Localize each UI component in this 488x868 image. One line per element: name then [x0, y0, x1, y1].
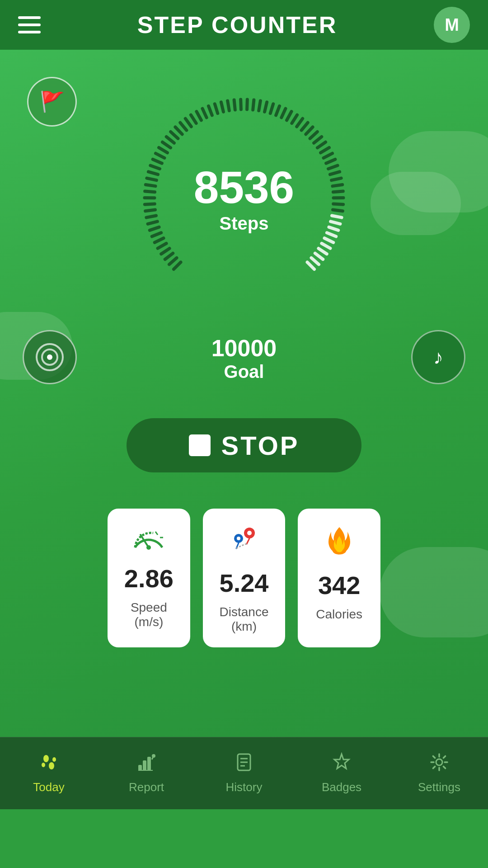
svg-line-13 — [145, 191, 155, 192]
svg-line-2 — [165, 253, 173, 259]
svg-line-26 — [185, 118, 191, 127]
calories-value: 342 — [318, 571, 360, 600]
goal-flag-button[interactable]: 🚩 — [27, 77, 77, 127]
svg-line-21 — [162, 142, 170, 148]
svg-line-28 — [197, 112, 202, 120]
settings-icon — [429, 752, 449, 777]
calories-card: 342 Calories — [298, 509, 380, 647]
speedometer-icon — [131, 525, 167, 557]
svg-line-3 — [161, 249, 169, 254]
svg-line-37 — [253, 100, 254, 110]
step-count: 8536 — [194, 165, 294, 210]
svg-point-81 — [52, 757, 56, 762]
svg-line-40 — [270, 104, 273, 113]
svg-line-63 — [331, 222, 340, 224]
svg-line-19 — [155, 153, 164, 158]
svg-line-33 — [228, 101, 230, 111]
svg-line-9 — [146, 216, 156, 217]
calories-label: Calories — [316, 607, 362, 622]
svg-line-14 — [145, 184, 155, 186]
stop-icon — [189, 434, 211, 456]
distance-label: Distance (km) — [212, 605, 277, 634]
distance-value: 5.24 — [220, 568, 269, 598]
nav-settings[interactable]: Settings — [390, 752, 488, 794]
goal-number: 10000 — [211, 335, 277, 362]
nav-report[interactable]: Report — [98, 752, 195, 794]
svg-line-11 — [145, 204, 155, 204]
step-gauge: 8536 Steps — [131, 86, 357, 312]
svg-line-39 — [265, 102, 267, 112]
svg-line-27 — [191, 115, 196, 123]
gauge-center: 8536 Steps — [194, 165, 294, 234]
svg-line-66 — [324, 238, 333, 243]
svg-line-35 — [241, 99, 241, 109]
stop-label: STOP — [221, 430, 300, 461]
distance-card: 5.24 Distance (km) — [203, 509, 286, 647]
svg-line-29 — [202, 108, 206, 118]
cloud-decoration-3 — [380, 547, 488, 637]
goal-label: Goal — [211, 362, 277, 382]
stop-button[interactable]: STOP — [127, 418, 361, 472]
svg-line-61 — [333, 210, 343, 211]
main-content: 🚩 ♪ 8536 Steps 10000 Goal STOP — [0, 50, 488, 809]
cloud-decoration-2 — [371, 172, 461, 235]
svg-line-71 — [307, 262, 314, 269]
steps-label: Steps — [194, 213, 294, 234]
svg-line-25 — [180, 123, 187, 130]
svg-line-47 — [306, 127, 313, 134]
speed-card: 2.86 Speed (m/s) — [108, 509, 190, 647]
bottom-navigation: Today Report — [0, 737, 488, 809]
svg-point-76 — [247, 531, 252, 535]
music-note-icon: ♪ — [433, 346, 443, 368]
map-pin-icon — [226, 525, 262, 561]
goal-area: 10000 Goal — [211, 335, 277, 382]
svg-line-44 — [292, 115, 297, 123]
svg-line-31 — [215, 104, 217, 113]
badge-icon — [332, 752, 352, 777]
svg-line-16 — [148, 172, 158, 175]
svg-line-18 — [153, 159, 162, 163]
svg-rect-83 — [143, 760, 146, 770]
svg-line-8 — [148, 222, 157, 224]
svg-line-62 — [332, 216, 342, 217]
svg-line-43 — [287, 112, 292, 120]
svg-line-10 — [145, 210, 155, 211]
svg-line-60 — [333, 204, 343, 204]
signal-button[interactable] — [23, 330, 77, 384]
svg-line-65 — [327, 233, 336, 236]
svg-line-17 — [150, 165, 160, 169]
nav-badges[interactable]: Badges — [293, 752, 390, 794]
avatar[interactable]: M — [434, 7, 470, 43]
stats-row: 2.86 Speed (m/s) 5.24 Di — [89, 509, 399, 647]
svg-line-55 — [330, 172, 339, 175]
svg-line-42 — [282, 108, 286, 118]
nav-today[interactable]: Today — [0, 752, 98, 794]
svg-line-51 — [321, 148, 329, 153]
music-button[interactable]: ♪ — [411, 330, 465, 384]
chart-icon — [136, 752, 156, 777]
svg-rect-84 — [147, 757, 151, 770]
svg-line-57 — [333, 184, 343, 186]
svg-line-22 — [166, 137, 174, 143]
svg-line-45 — [297, 118, 303, 127]
svg-line-20 — [159, 148, 168, 153]
svg-line-49 — [314, 137, 322, 143]
svg-line-7 — [150, 227, 159, 230]
nav-history-label: History — [226, 780, 263, 794]
svg-point-86 — [152, 754, 155, 758]
svg-line-54 — [328, 165, 338, 169]
speed-label: Speed (m/s) — [117, 600, 181, 629]
nav-history[interactable]: History — [195, 752, 293, 794]
app-title: STEP COUNTER — [137, 11, 337, 38]
svg-line-48 — [310, 132, 317, 138]
svg-line-46 — [301, 123, 308, 130]
nav-badges-label: Badges — [322, 780, 361, 794]
signal-icon — [36, 344, 63, 371]
svg-line-38 — [259, 101, 261, 111]
svg-line-58 — [333, 191, 343, 192]
menu-button[interactable] — [18, 16, 41, 33]
svg-line-41 — [276, 106, 280, 115]
svg-line-30 — [208, 106, 212, 115]
nav-settings-label: Settings — [418, 780, 460, 794]
svg-line-0 — [174, 262, 181, 269]
